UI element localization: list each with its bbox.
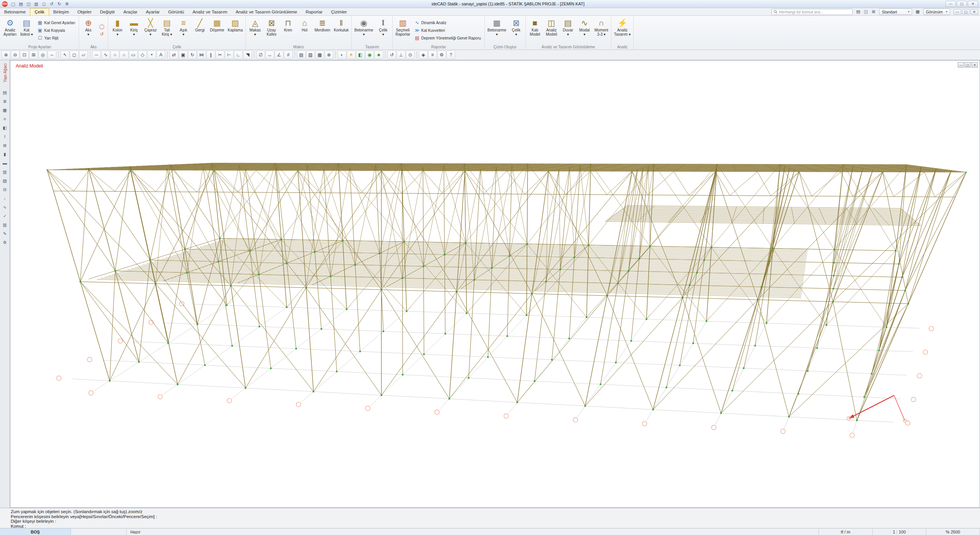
tab-birlesim[interactable]: Birleşim	[49, 8, 73, 15]
structure-tree-panel-icon[interactable]: ▤	[2, 89, 8, 95]
redo-icon[interactable]: ↻	[56, 1, 63, 7]
celik-kiris-button[interactable]: ▬Kiriş▾	[126, 16, 142, 44]
pan-icon[interactable]: ⇔	[48, 51, 56, 59]
tab-araclar[interactable]: Araçlar	[119, 8, 142, 15]
tab-raporlar[interactable]: Raporlar	[301, 8, 327, 15]
mirror-icon[interactable]: ⋈	[197, 51, 206, 59]
copy-icon[interactable]: ▣	[179, 51, 188, 59]
yapi-agaci-tab[interactable]: Yapı Ağacı	[3, 60, 7, 86]
layout-toggle-icon[interactable]: ▤	[855, 8, 862, 15]
extend-icon[interactable]: ⊢	[225, 51, 234, 59]
properties-tool-icon[interactable]: ≡	[428, 51, 437, 59]
fillet-icon[interactable]: ∟	[234, 51, 243, 59]
save-icon[interactable]: ◫	[25, 1, 32, 7]
tasarim-celik-button[interactable]: IÇelik▾	[375, 16, 391, 44]
select-polygon-icon[interactable]: ▱	[79, 51, 88, 59]
polygon-icon[interactable]: ◇	[138, 51, 147, 59]
loads-panel-icon[interactable]: ↓	[2, 195, 8, 201]
zoom-out-icon[interactable]: ⊖	[11, 51, 20, 59]
kat-listesi-button[interactable]: ▤Katlistesi ▾	[18, 16, 35, 44]
tab-ayarlar[interactable]: Ayarlar	[142, 8, 164, 15]
modal-button[interactable]: ∿Modal▾	[576, 16, 593, 44]
korkuluk-button[interactable]: ‖Korkuluk	[332, 16, 350, 44]
document-close-button[interactable]: ✕	[970, 9, 978, 15]
gergi-button[interactable]: ╱Gergi	[192, 16, 208, 44]
tali-kiris-button[interactable]: ▤TaliKiriş ▾	[159, 16, 175, 44]
status-units[interactable]: tf / m	[819, 528, 873, 535]
sections-panel-icon[interactable]: I	[2, 133, 8, 140]
layers-icon[interactable]: ▤	[297, 51, 306, 59]
yay-aks-button[interactable]: ↺	[97, 31, 106, 38]
gorunum-select[interactable]: Görünüm▾	[923, 8, 950, 15]
cizim-betonarme-button[interactable]: ▦Betonarme▾	[486, 16, 508, 44]
offset-icon[interactable]: ∥	[206, 51, 215, 59]
ucs-icon[interactable]: ⊥	[397, 51, 405, 59]
tab-cizimler[interactable]: Çizimler	[327, 8, 351, 15]
osnap-icon[interactable]: ◈	[419, 51, 428, 59]
kat-genel-ayarlari-button[interactable]: ▦Kat Genel Ayarları	[36, 19, 77, 26]
grid-snap-icon[interactable]: #	[284, 51, 293, 59]
kaplama-button[interactable]: ▨Kaplama	[226, 16, 244, 44]
help-tool-icon[interactable]: ?	[446, 51, 455, 59]
materials-panel-icon[interactable]: ◧	[2, 125, 8, 131]
tree-object-icon[interactable]: ♣	[374, 51, 383, 59]
measure-icon[interactable]: ∅	[256, 51, 265, 59]
view-restore-button[interactable]: ▢	[965, 62, 971, 67]
walls-panel-icon[interactable]: ▥	[2, 169, 8, 175]
settings-tool-icon[interactable]: ⚙	[437, 51, 446, 59]
storeys-panel-icon[interactable]: ≣	[2, 98, 8, 104]
print-preview-icon[interactable]: ◻	[40, 1, 48, 7]
explode-icon[interactable]: ⊗	[324, 51, 333, 59]
new-icon[interactable]: ▢	[10, 1, 17, 7]
tasarim-betonarme-button[interactable]: ◉Betonarme▾	[353, 16, 375, 44]
orbit-icon[interactable]: ↺	[387, 51, 396, 59]
tab-betonarme[interactable]: Betonarme	[0, 8, 30, 15]
standart-select[interactable]: Standart▾	[879, 8, 912, 15]
deprem-yonetmeligi-genel-raporu-button[interactable]: ▤Deprem Yönetmeliği Genel Raporu	[413, 35, 482, 41]
analiz-ayarlari-button[interactable]: ⚙AnalizAyarları	[2, 16, 18, 44]
drawings-panel-icon[interactable]: ✎	[2, 230, 8, 237]
slabs-panel-icon[interactable]: ▧	[2, 178, 8, 184]
yari-rijit-checkbox[interactable]: ☐Yarı Rijit	[36, 35, 77, 41]
aks-button[interactable]: ⊕Aks▾	[80, 16, 96, 44]
display-settings-icon[interactable]: ▦	[914, 8, 921, 15]
properties-panel-icon[interactable]: ≡	[2, 116, 8, 122]
view-close-button[interactable]: ✕	[972, 62, 978, 67]
tab-analiz-ve-tasarim[interactable]: Analiz ve Tasarım	[188, 8, 232, 15]
duvar-button[interactable]: ▤Duvar▾	[560, 16, 576, 44]
distance-icon[interactable]: ↔	[265, 51, 274, 59]
open-icon[interactable]: ▤	[17, 1, 25, 7]
origin-icon[interactable]: ⊙	[406, 51, 415, 59]
moment-3-3-button[interactable]: ∩Moment3-3 ▾	[593, 16, 610, 44]
kat-kopyala-button[interactable]: ▣Kat Kopyala	[36, 27, 77, 34]
beams-panel-icon[interactable]: ▬	[2, 160, 8, 166]
status-zoom[interactable]: % 2500	[926, 528, 980, 535]
search-input[interactable]: Herhangi bir komut ara...	[771, 9, 853, 15]
dairesel-aks-button[interactable]: ◯	[97, 23, 106, 30]
view-minimize-button[interactable]: —	[958, 62, 964, 67]
text-icon[interactable]: A	[156, 51, 165, 59]
hol-button[interactable]: ⌂Hol	[296, 16, 313, 44]
kren-button[interactable]: ⊓Kren	[280, 16, 296, 44]
rectangle-icon[interactable]: ▭	[129, 51, 138, 59]
tab-analiz-ve-tasarim-goruntuleme[interactable]: Analiz ve Tasarım Görüntüleme	[232, 8, 301, 15]
document-restore-button[interactable]: ▢	[962, 9, 970, 15]
zoom-previous-icon[interactable]: ◎	[38, 51, 47, 59]
document-minimize-button[interactable]: —	[954, 9, 961, 15]
print-icon[interactable]: ▥	[33, 1, 40, 7]
kati-model-button[interactable]: ■KatıModel	[527, 16, 543, 44]
tab-goruntu[interactable]: Görüntü	[164, 8, 188, 15]
celik-kolon-button[interactable]: ▮Kolon▾	[109, 16, 125, 44]
render-icon[interactable]: ◧	[356, 51, 365, 59]
tab-celik[interactable]: Çelik	[30, 8, 49, 15]
asik-button[interactable]: ≡Aşık▾	[175, 16, 191, 44]
window-maximize-button[interactable]: ▢	[957, 1, 967, 7]
arc-icon[interactable]: ∩	[120, 51, 128, 59]
uzay-kafes-button[interactable]: ⊠UzayKafes	[264, 16, 280, 44]
reports-panel-icon[interactable]: ▥	[2, 222, 8, 228]
window-close-button[interactable]: ✕	[968, 1, 978, 7]
tab-degistir[interactable]: Değiştir	[96, 8, 119, 15]
window-minimize-button[interactable]: —	[945, 1, 956, 7]
zoom-window-icon[interactable]: ⊡	[20, 51, 29, 59]
library-panel-icon[interactable]: ▦	[2, 107, 8, 113]
